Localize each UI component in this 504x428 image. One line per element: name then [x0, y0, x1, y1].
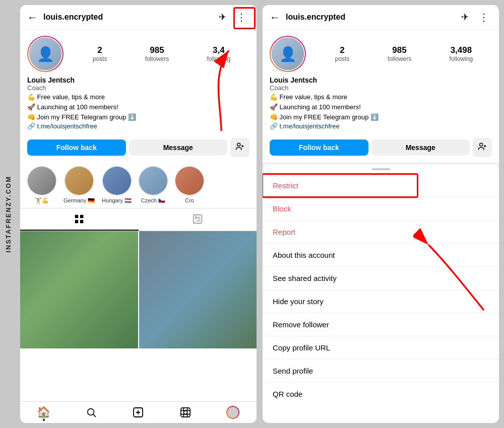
three-dots-button-left[interactable]: ⋮: [233, 10, 249, 24]
left-followers-stat[interactable]: 985 followers: [145, 45, 169, 62]
left-username: louis.encrypted: [43, 13, 219, 22]
back-button-right[interactable]: ←: [270, 12, 280, 23]
svg-rect-5: [75, 220, 78, 223]
svg-point-0: [237, 143, 240, 146]
highlight-item[interactable]: Cro: [175, 166, 204, 204]
send-icon-left[interactable]: ✈: [219, 12, 226, 23]
screens-container: ← louis.encrypted ✈ ⋮ 👤 2 posts: [16, 0, 504, 428]
svg-rect-6: [80, 220, 83, 223]
right-header-icons: ✈ ⋮: [461, 10, 492, 24]
svg-rect-14: [181, 408, 190, 417]
right-followers-stat[interactable]: 985 followers: [388, 45, 411, 62]
highlight-item[interactable]: 🏋💪: [27, 166, 56, 204]
nav-add-left[interactable]: [115, 406, 162, 419]
svg-point-8: [195, 217, 197, 219]
menu-item-hide-story[interactable]: Hide your story: [263, 290, 499, 313]
nav-profile-left[interactable]: [209, 406, 257, 419]
send-icon-right[interactable]: ✈: [461, 12, 469, 23]
left-profile-header: ← louis.encrypted ✈ ⋮: [20, 5, 257, 30]
menu-item-remove-follower[interactable]: Remove follower: [263, 313, 499, 336]
menu-item-send-profile[interactable]: Send profile: [263, 360, 499, 383]
message-button-left[interactable]: Message: [129, 139, 228, 156]
right-following-stat[interactable]: 3,498 following: [450, 45, 473, 62]
right-screen: ← louis.encrypted ✈ ⋮ 👤 2 posts: [263, 5, 499, 423]
svg-point-15: [184, 410, 187, 414]
menu-item-copy-url[interactable]: Copy profile URL: [263, 336, 499, 360]
left-highlights-row: 🏋💪 Germany 🇩🇪 Hungary 🇭🇺 Czech 🇨🇿 Cro: [20, 162, 257, 208]
right-posts-stat: 2 posts: [335, 45, 350, 62]
right-username: louis.encrypted: [286, 13, 461, 22]
handle-bar: [372, 168, 390, 170]
menu-item-qr-code[interactable]: QR code: [263, 383, 499, 405]
svg-point-23: [480, 143, 483, 146]
left-action-buttons: Follow back Message: [20, 135, 257, 162]
left-bottom-nav: 🏠: [20, 401, 257, 423]
left-following-stat[interactable]: 3,4 following: [207, 45, 231, 62]
svg-point-9: [87, 409, 94, 415]
menu-item-restrict[interactable]: Restrict: [263, 174, 499, 197]
menu-item-block[interactable]: Block: [263, 197, 499, 221]
menu-item-shared-activity[interactable]: See shared activity: [263, 267, 499, 290]
right-avatar: 👤: [270, 36, 306, 72]
nav-home-left[interactable]: 🏠: [20, 406, 68, 419]
right-profile-header: ← louis.encrypted ✈ ⋮: [263, 5, 499, 30]
right-action-buttons: Follow back Message: [263, 135, 499, 162]
side-label: INSTAFRENZY.COM: [0, 0, 16, 428]
photo-cell[interactable]: [20, 231, 138, 349]
grid-tab-left[interactable]: [20, 208, 139, 231]
right-stats-container: 2 posts 985 followers 3,498 following: [316, 45, 492, 62]
add-person-button-left[interactable]: [230, 138, 249, 157]
left-photo-grid: [20, 231, 257, 401]
right-stats-row: 👤 2 posts 985 followers 3,498 following: [263, 30, 499, 76]
left-screen: ← louis.encrypted ✈ ⋮ 👤 2 posts: [20, 5, 257, 423]
left-posts-stat: 2 posts: [93, 45, 107, 62]
follow-back-button-right[interactable]: Follow back: [270, 139, 368, 156]
svg-rect-4: [80, 215, 83, 218]
left-stats-row: 👤 2 posts 985 followers 3,4 following: [20, 30, 257, 76]
menu-item-report[interactable]: Report: [263, 221, 499, 244]
left-content-tabs: [20, 208, 257, 231]
highlight-item[interactable]: Hungary 🇭🇺: [102, 166, 132, 204]
left-header-icons: ✈ ⋮: [219, 10, 249, 24]
message-button-right[interactable]: Message: [371, 139, 470, 156]
svg-rect-3: [75, 215, 78, 218]
right-profile-section: ← louis.encrypted ✈ ⋮ 👤 2 posts: [263, 5, 499, 162]
highlight-item[interactable]: Germany 🇩🇪: [64, 166, 95, 204]
menu-item-about[interactable]: About this account: [263, 244, 499, 267]
add-person-button-right[interactable]: [473, 138, 492, 157]
left-bio: Louis Jentsch Coach 💪 Free value, tips &…: [20, 76, 257, 135]
nav-search-left[interactable]: [68, 406, 115, 419]
menu-handle: [263, 164, 499, 174]
svg-line-10: [93, 414, 96, 417]
highlight-item[interactable]: Czech 🇨🇿: [139, 166, 168, 204]
follow-back-button-left[interactable]: Follow back: [27, 139, 126, 156]
tagged-tab-left[interactable]: [139, 208, 257, 231]
right-bio: Louis Jentsch Coach 💪 Free value, tips &…: [263, 76, 499, 135]
left-avatar: 👤: [27, 36, 64, 72]
svg-rect-7: [194, 215, 202, 223]
context-menu: Restrict Block Report About this account…: [263, 164, 499, 423]
photo-cell[interactable]: [139, 231, 257, 349]
back-button-left[interactable]: ←: [27, 12, 37, 23]
left-stats-container: 2 posts 985 followers 3,4 following: [74, 45, 249, 62]
nav-reels-left[interactable]: [162, 406, 209, 419]
three-dots-button-right[interactable]: ⋮: [476, 10, 492, 24]
